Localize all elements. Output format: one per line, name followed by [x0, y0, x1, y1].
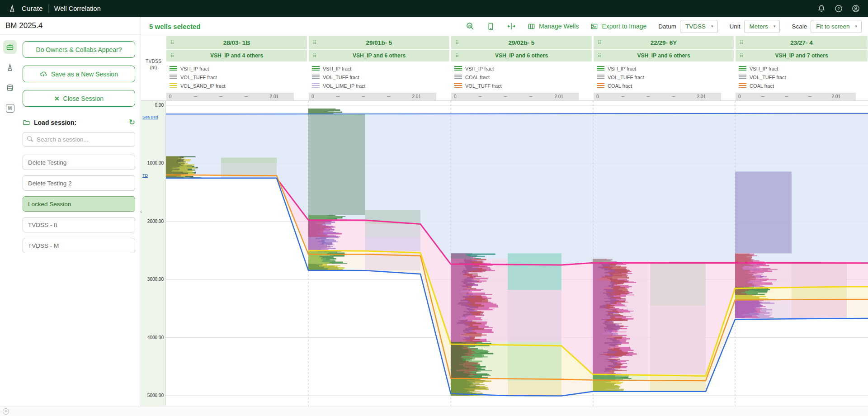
well-header-1[interactable]: ⠿29/01b- 5 [309, 36, 449, 49]
footer-bar: ✕ [0, 406, 868, 416]
refresh-sessions-icon[interactable]: ↻ [129, 118, 135, 126]
well-name: 28/03- 1B [223, 39, 250, 46]
drag-handle-icon[interactable]: ⠿ [170, 40, 174, 45]
sessions-briefcase-icon[interactable] [3, 40, 17, 54]
chevron-down-icon: ▾ [855, 24, 857, 28]
well-header-4[interactable]: ⠿23/27- 4 [736, 36, 868, 49]
cloud-save-icon [40, 70, 47, 78]
drag-handle-icon[interactable]: ⠿ [170, 53, 174, 58]
session-label: Locked Session [28, 201, 71, 208]
curve-swatch-icon [170, 75, 177, 80]
legend-item[interactable]: COAL fract [739, 81, 868, 90]
drag-handle-icon[interactable]: ⠿ [313, 40, 316, 45]
curve-swatch-icon [312, 75, 320, 80]
help-icon[interactable]: ? [835, 5, 843, 13]
svg-text:?: ? [837, 6, 840, 11]
drag-handle-icon[interactable]: ⠿ [455, 40, 459, 45]
curve-name: VSH_IP fract [323, 66, 351, 71]
owners-collabs-button[interactable]: Do Owners & Collabs Appear? [23, 41, 135, 58]
sidebar: BM 2025.4 [0, 17, 141, 406]
legend-item[interactable]: COAL fract [597, 81, 734, 90]
curve-name: COAL fract [750, 83, 774, 89]
legend-item[interactable]: VSH_IP fract [597, 64, 734, 73]
well-curve-group-1[interactable]: ⠿VSH_IP and 6 others [309, 50, 449, 61]
chevron-down-icon: ▾ [711, 24, 713, 28]
correlation-chart-area: TVDSS (m) ⠿28/03- 1B⠿VSH_IP and 4 others… [141, 36, 868, 406]
legend-item[interactable]: VOL_TUFF fract [454, 81, 592, 90]
legend-item[interactable]: COAL fract [454, 73, 592, 81]
drag-handle-icon[interactable]: ⠿ [740, 53, 743, 58]
scale-select[interactable]: Fit to screen ▾ [811, 20, 862, 33]
drag-handle-icon[interactable]: ⠿ [740, 40, 743, 45]
well-name: 29/02b- 5 [509, 39, 535, 46]
manage-wells-button[interactable]: Manage Wells [528, 23, 579, 30]
session-label: Delete Testing [28, 159, 66, 166]
legend-item[interactable]: VSH_IP fract [739, 64, 868, 73]
well-curve-group-3[interactable]: ⠿VSH_IP and 6 others [594, 50, 734, 61]
export-to-image-button[interactable]: Export to Image [590, 23, 646, 30]
curve-name: VOL_TUFF fract [608, 75, 644, 80]
curve-legend: VSH_IP fractCOAL fractVOL_TUFF fract [451, 62, 592, 92]
curve-name: VSH_IP fract [750, 66, 778, 71]
legend-item[interactable]: VOL_TUFF fract [739, 73, 868, 81]
main-panel: 5 wells selected AI [141, 17, 868, 406]
legend-item[interactable]: VSH_IP fract [170, 64, 307, 73]
curve-name: VSH_IP fract [608, 66, 636, 71]
ai-zoom-icon[interactable]: AI [466, 22, 475, 31]
mobile-view-icon[interactable] [486, 22, 495, 31]
curve-swatch-icon [739, 75, 746, 80]
session-item[interactable]: TVDSS - M [23, 238, 135, 253]
legend-item[interactable]: VSH_IP fract [312, 64, 449, 73]
save-session-button[interactable]: Save as a New Session [23, 66, 135, 82]
session-item[interactable]: Delete Testing 2 [23, 175, 135, 191]
unit-select[interactable]: Meters ▾ [744, 20, 780, 33]
wells-derrick-icon[interactable] [3, 61, 17, 74]
well-header-0[interactable]: ⠿28/03- 1B [166, 36, 307, 49]
notifications-bell-icon[interactable] [817, 5, 826, 13]
m-module-icon[interactable]: M [3, 101, 17, 115]
well-header-2[interactable]: ⠿29/02b- 5 [451, 36, 592, 49]
legend-item[interactable]: VSH_IP fract [454, 64, 592, 73]
app-root: Curate Well Correlation ? [0, 0, 868, 416]
session-item[interactable]: TVDSS - ft [23, 217, 135, 232]
dismiss-circle-x-icon[interactable]: ✕ [3, 408, 9, 415]
unit-value: Meters [750, 23, 768, 30]
track-scale: 02.01 [309, 93, 436, 100]
account-icon[interactable] [852, 5, 860, 13]
well-curve-group-2[interactable]: ⠿VSH_IP and 6 others [451, 50, 592, 61]
drag-handle-icon[interactable]: ⠿ [598, 40, 601, 45]
curve-swatch-icon [170, 83, 177, 88]
curve-swatch-icon [454, 66, 462, 71]
drag-handle-icon[interactable]: ⠿ [313, 53, 316, 58]
well-curve-group-0[interactable]: ⠿VSH_IP and 4 others [166, 50, 307, 61]
session-search-input[interactable] [23, 132, 135, 147]
curve-name: COAL fract [608, 83, 632, 89]
session-item[interactable]: Locked Session [23, 196, 135, 212]
well-header-3[interactable]: ⠿22/29- 6Y [594, 36, 734, 49]
drag-handle-icon[interactable]: ⠿ [455, 53, 459, 58]
well-curve-group-4[interactable]: ⠿VSH_IP and 7 others [736, 50, 868, 61]
wells-selected-count: 5 wells selected [149, 23, 200, 30]
legend-item[interactable]: VOL_TUFF fract [312, 73, 449, 81]
drag-handle-icon[interactable]: ⠿ [598, 53, 601, 58]
curve-name: VSH_IP fract [465, 66, 494, 71]
unit-label: Unit [730, 23, 741, 30]
search-icon [27, 136, 32, 141]
legend-item[interactable]: VOL_TUFF fract [597, 73, 734, 81]
session-item[interactable]: Delete Testing [23, 155, 135, 170]
track-scale: 02.01 [594, 93, 721, 100]
datum-label: Datum [658, 23, 676, 30]
datum-select[interactable]: TVDSS ▾ [680, 20, 718, 33]
distribute-spacing-icon[interactable] [507, 22, 516, 31]
legend-item[interactable]: VOL_TUFF fract [170, 73, 307, 81]
collapse-sidebar-button[interactable]: ‹ [138, 205, 144, 217]
close-x-icon: ✕ [54, 95, 60, 102]
database-icon[interactable] [3, 81, 17, 95]
icon-rail: M [0, 35, 20, 406]
correlation-chart[interactable] [166, 101, 868, 406]
close-session-button[interactable]: ✕ Close Session [23, 90, 135, 107]
curve-name: VOL_TUFF fract [323, 75, 359, 80]
save-session-label: Save as a New Session [51, 71, 118, 78]
legend-item[interactable]: VOL_LIME_IP fract [312, 81, 449, 90]
legend-item[interactable]: VOL_SAND_IP fract [170, 81, 307, 90]
